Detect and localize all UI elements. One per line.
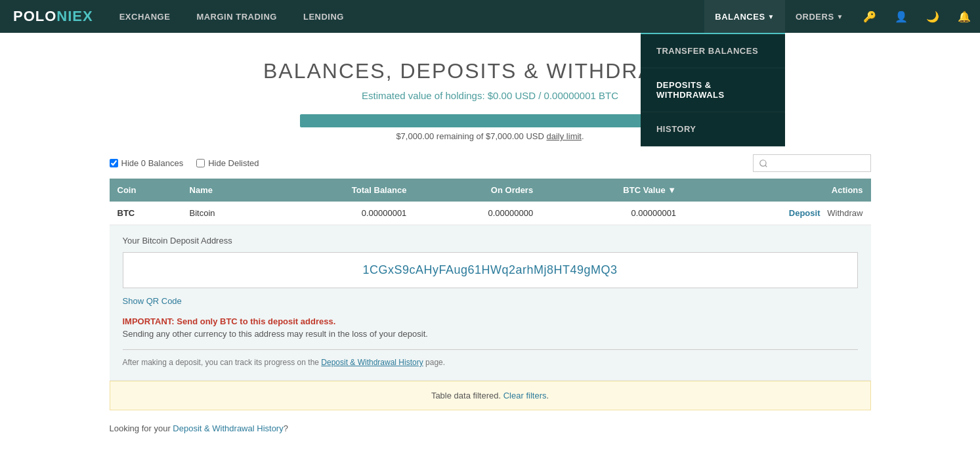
balances-nav-container: BALANCES ▼ TRANSFER BALANCES DEPOSITS & … [704, 0, 785, 33]
progress-bar-wrap [300, 114, 681, 127]
th-btc-value[interactable]: BTC Value ▼ [541, 179, 684, 202]
progress-remaining-text: $7,000.00 remaining of $7,000.00 USD [396, 131, 544, 141]
deposit-inner: Your Bitcoin Deposit Address 1CGxS9cAHyF… [110, 225, 871, 380]
table-header: Coin Name Total Balance On Orders BTC Va… [110, 179, 871, 202]
cell-coin: BTC [110, 202, 182, 225]
clear-filters-link[interactable]: Clear filters [503, 391, 547, 400]
hide-zero-checkbox[interactable] [110, 159, 118, 167]
withdrawal-history-link-bottom[interactable]: Deposit & Withdrawal History [173, 423, 283, 433]
logo-polo: POLO [13, 8, 56, 24]
cell-total-balance: 0.00000001 [268, 202, 415, 225]
bottom-link-row: Looking for your Deposit & Withdrawal Hi… [110, 423, 871, 433]
deposit-address-box: 1CGxS9cAHyFAug61HWq2arhMj8HT49gMQ3 [123, 252, 858, 288]
th-actions: Actions [684, 179, 870, 202]
balances-nav-btn[interactable]: BALANCES ▼ [704, 0, 785, 33]
th-on-orders: On Orders [414, 179, 541, 202]
table-body: BTC Bitcoin 0.00000001 0.00000000 0.0000… [110, 202, 871, 381]
cell-name: Bitcoin [182, 202, 268, 225]
withdraw-link[interactable]: Withdraw [827, 208, 863, 218]
deposit-footer-text: After making a deposit, you can track it… [123, 358, 858, 367]
nav-exchange[interactable]: EXCHANGE [106, 0, 184, 33]
nav-margin-trading[interactable]: MARGIN TRADING [183, 0, 290, 33]
cell-actions: Deposit Withdraw [684, 202, 870, 225]
filters-row: Hide 0 Balances Hide Delisted [110, 154, 871, 172]
deposit-expanded-row: Your Bitcoin Deposit Address 1CGxS9cAHyF… [110, 225, 871, 381]
cell-on-orders: 0.00000000 [414, 202, 541, 225]
hide-delisted-label[interactable]: Hide Delisted [196, 158, 259, 168]
deposit-expanded-cell: Your Bitcoin Deposit Address 1CGxS9cAHyF… [110, 225, 871, 381]
hide-zero-label[interactable]: Hide 0 Balances [110, 158, 184, 168]
show-qr-link[interactable]: Show QR Code [123, 296, 182, 306]
balances-table: Coin Name Total Balance On Orders BTC Va… [110, 179, 871, 381]
nav-right: BALANCES ▼ TRANSFER BALANCES DEPOSITS & … [704, 0, 980, 33]
important-msg: IMPORTANT: Send only BTC to this deposit… [123, 316, 858, 326]
hide-delisted-checkbox[interactable] [196, 159, 205, 167]
progress-bar-fill [300, 114, 681, 127]
deposit-history-link[interactable]: Deposit & Withdrawal History [321, 358, 423, 367]
logo-text: POLONIEX [13, 8, 93, 25]
table-header-row: Coin Name Total Balance On Orders BTC Va… [110, 179, 871, 202]
notifications-btn[interactable]: 🔔 [948, 0, 980, 33]
table-row: BTC Bitcoin 0.00000001 0.00000000 0.0000… [110, 202, 871, 225]
cell-btc-value: 0.00000001 [541, 202, 684, 225]
progress-label: $7,000.00 remaining of $7,000.00 USD dai… [396, 131, 584, 141]
th-name: Name [182, 179, 268, 202]
deposit-address-label: Your Bitcoin Deposit Address [123, 236, 858, 246]
deposit-divider [123, 349, 858, 350]
balances-arrow-icon: ▼ [768, 13, 775, 20]
dropdown-history[interactable]: HISTORY [641, 112, 785, 146]
th-coin: Coin [110, 179, 182, 202]
nav-lending[interactable]: LENDING [290, 0, 357, 33]
main-nav: POLONIEX EXCHANGE MARGIN TRADING LENDING… [0, 0, 980, 33]
search-wrap [753, 154, 871, 172]
daily-limit-link[interactable]: daily limit [547, 131, 582, 141]
filter-notice: Table data filtered. Clear filters. [110, 381, 871, 410]
warning-text: Sending any other currency to this addre… [123, 329, 858, 339]
orders-nav-btn[interactable]: ORDERS ▼ [785, 0, 854, 33]
user-btn[interactable]: 👤 [885, 0, 917, 33]
th-total-balance: Total Balance [268, 179, 415, 202]
deposit-link[interactable]: Deposit [789, 208, 820, 218]
balances-dropdown: TRANSFER BALANCES DEPOSITS & WITHDRAWALS… [641, 33, 785, 146]
logo-niex: NIEX [56, 8, 93, 24]
dropdown-deposits-withdrawals[interactable]: DEPOSITS & WITHDRAWALS [641, 68, 785, 112]
deposit-address-text[interactable]: 1CGxS9cAHyFAug61HWq2arhMj8HT49gMQ3 [362, 263, 617, 276]
logo[interactable]: POLONIEX [0, 0, 106, 33]
nav-links: EXCHANGE MARGIN TRADING LENDING [106, 0, 705, 33]
dropdown-transfer-balances[interactable]: TRANSFER BALANCES [641, 34, 785, 68]
orders-arrow-icon: ▼ [837, 13, 843, 20]
api-key-btn[interactable]: 🔑 [854, 0, 885, 33]
search-input[interactable] [753, 154, 871, 172]
theme-btn[interactable]: 🌙 [917, 0, 948, 33]
